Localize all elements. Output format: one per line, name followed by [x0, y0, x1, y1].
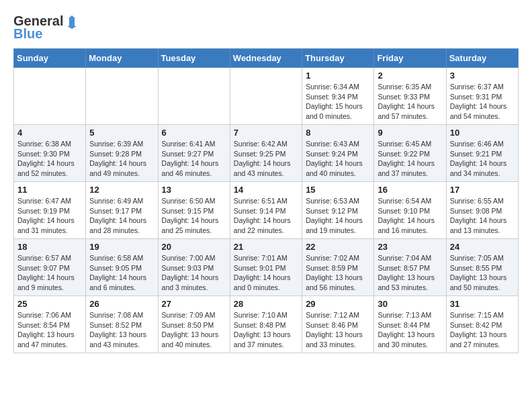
day-number: 30: [378, 299, 442, 309]
day-number: 31: [450, 299, 515, 309]
header-day-monday: Monday: [86, 49, 158, 68]
day-number: 24: [450, 242, 515, 252]
calendar-cell: 9Sunrise: 6:45 AMSunset: 9:22 PMDaylight…: [374, 125, 446, 182]
day-info: Sunrise: 7:02 AMSunset: 8:59 PMDaylight:…: [306, 253, 370, 293]
calendar-cell: 7Sunrise: 6:42 AMSunset: 9:25 PMDaylight…: [230, 125, 302, 182]
header-day-sunday: Sunday: [14, 49, 86, 68]
day-number: 27: [162, 299, 226, 309]
calendar-week-4: 18Sunrise: 6:57 AMSunset: 9:07 PMDayligh…: [14, 239, 519, 296]
day-number: 13: [162, 185, 226, 195]
calendar-cell: [86, 68, 158, 125]
day-info: Sunrise: 6:47 AMSunset: 9:19 PMDaylight:…: [17, 196, 82, 236]
day-info: Sunrise: 6:38 AMSunset: 9:30 PMDaylight:…: [17, 139, 82, 179]
calendar-cell: 3Sunrise: 6:37 AMSunset: 9:31 PMDaylight…: [446, 68, 518, 125]
calendar-cell: 20Sunrise: 7:00 AMSunset: 9:03 PMDayligh…: [158, 239, 230, 296]
calendar-cell: 21Sunrise: 7:01 AMSunset: 9:01 PMDayligh…: [230, 239, 302, 296]
day-info: Sunrise: 7:04 AMSunset: 8:57 PMDaylight:…: [378, 253, 442, 293]
calendar-week-2: 4Sunrise: 6:38 AMSunset: 9:30 PMDaylight…: [14, 125, 519, 182]
day-number: 12: [89, 185, 154, 195]
calendar-cell: [158, 68, 230, 125]
day-info: Sunrise: 6:50 AMSunset: 9:15 PMDaylight:…: [162, 196, 226, 236]
calendar-cell: 13Sunrise: 6:50 AMSunset: 9:15 PMDayligh…: [158, 182, 230, 239]
day-number: 19: [89, 242, 154, 252]
calendar-cell: 28Sunrise: 7:10 AMSunset: 8:48 PMDayligh…: [230, 296, 302, 353]
day-info: Sunrise: 6:55 AMSunset: 9:08 PMDaylight:…: [450, 196, 515, 236]
calendar-cell: 15Sunrise: 6:53 AMSunset: 9:12 PMDayligh…: [302, 182, 374, 239]
calendar-cell: 11Sunrise: 6:47 AMSunset: 9:19 PMDayligh…: [14, 182, 86, 239]
day-number: 3: [450, 71, 515, 81]
day-number: 26: [89, 299, 154, 309]
day-info: Sunrise: 7:12 AMSunset: 8:46 PMDaylight:…: [306, 310, 370, 350]
day-info: Sunrise: 7:01 AMSunset: 9:01 PMDaylight:…: [234, 253, 298, 293]
calendar-cell: 4Sunrise: 6:38 AMSunset: 9:30 PMDaylight…: [14, 125, 86, 182]
day-info: Sunrise: 6:39 AMSunset: 9:28 PMDaylight:…: [89, 139, 154, 179]
day-info: Sunrise: 6:46 AMSunset: 9:21 PMDaylight:…: [450, 139, 515, 179]
day-number: 18: [17, 242, 82, 252]
calendar-cell: 12Sunrise: 6:49 AMSunset: 9:17 PMDayligh…: [86, 182, 158, 239]
day-number: 14: [234, 185, 298, 195]
calendar-header-row: SundayMondayTuesdayWednesdayThursdayFrid…: [14, 49, 519, 68]
calendar-cell: 6Sunrise: 6:41 AMSunset: 9:27 PMDaylight…: [158, 125, 230, 182]
day-info: Sunrise: 6:45 AMSunset: 9:22 PMDaylight:…: [378, 139, 442, 179]
day-info: Sunrise: 6:51 AMSunset: 9:14 PMDaylight:…: [234, 196, 298, 236]
calendar-week-3: 11Sunrise: 6:47 AMSunset: 9:19 PMDayligh…: [14, 182, 519, 239]
calendar-cell: 24Sunrise: 7:05 AMSunset: 8:55 PMDayligh…: [446, 239, 518, 296]
day-info: Sunrise: 7:15 AMSunset: 8:42 PMDaylight:…: [450, 310, 515, 350]
day-info: Sunrise: 7:09 AMSunset: 8:50 PMDaylight:…: [162, 310, 226, 350]
day-info: Sunrise: 6:42 AMSunset: 9:25 PMDaylight:…: [234, 139, 298, 179]
day-info: Sunrise: 6:54 AMSunset: 9:10 PMDaylight:…: [378, 196, 442, 236]
day-info: Sunrise: 7:08 AMSunset: 8:52 PMDaylight:…: [89, 310, 154, 350]
calendar-cell: 19Sunrise: 6:58 AMSunset: 9:05 PMDayligh…: [86, 239, 158, 296]
day-number: 1: [306, 71, 370, 81]
logo-blue: Blue: [13, 26, 42, 42]
header-day-wednesday: Wednesday: [230, 49, 302, 68]
calendar-cell: [230, 68, 302, 125]
day-number: 28: [234, 299, 298, 309]
day-info: Sunrise: 7:06 AMSunset: 8:54 PMDaylight:…: [17, 310, 82, 350]
calendar-cell: 22Sunrise: 7:02 AMSunset: 8:59 PMDayligh…: [302, 239, 374, 296]
calendar-week-1: 1Sunrise: 6:34 AMSunset: 9:34 PMDaylight…: [14, 68, 519, 125]
calendar-cell: 16Sunrise: 6:54 AMSunset: 9:10 PMDayligh…: [374, 182, 446, 239]
day-number: 11: [17, 185, 82, 195]
day-number: 25: [17, 299, 82, 309]
calendar-cell: 27Sunrise: 7:09 AMSunset: 8:50 PMDayligh…: [158, 296, 230, 353]
day-number: 7: [234, 128, 298, 138]
day-number: 21: [234, 242, 298, 252]
calendar-week-5: 25Sunrise: 7:06 AMSunset: 8:54 PMDayligh…: [14, 296, 519, 353]
page-header: General Blue: [13, 13, 519, 42]
day-info: Sunrise: 6:41 AMSunset: 9:27 PMDaylight:…: [162, 139, 226, 179]
day-info: Sunrise: 6:43 AMSunset: 9:24 PMDaylight:…: [306, 139, 370, 179]
day-number: 8: [306, 128, 370, 138]
day-number: 17: [450, 185, 515, 195]
calendar-cell: 23Sunrise: 7:04 AMSunset: 8:57 PMDayligh…: [374, 239, 446, 296]
day-info: Sunrise: 6:37 AMSunset: 9:31 PMDaylight:…: [450, 82, 515, 122]
day-number: 10: [450, 128, 515, 138]
calendar-cell: 10Sunrise: 6:46 AMSunset: 9:21 PMDayligh…: [446, 125, 518, 182]
calendar-cell: 26Sunrise: 7:08 AMSunset: 8:52 PMDayligh…: [86, 296, 158, 353]
day-info: Sunrise: 7:05 AMSunset: 8:55 PMDaylight:…: [450, 253, 515, 293]
calendar-cell: 1Sunrise: 6:34 AMSunset: 9:34 PMDaylight…: [302, 68, 374, 125]
header-day-tuesday: Tuesday: [158, 49, 230, 68]
day-info: Sunrise: 7:13 AMSunset: 8:44 PMDaylight:…: [378, 310, 442, 350]
day-info: Sunrise: 7:10 AMSunset: 8:48 PMDaylight:…: [234, 310, 298, 350]
calendar-cell: 18Sunrise: 6:57 AMSunset: 9:07 PMDayligh…: [14, 239, 86, 296]
calendar-cell: 5Sunrise: 6:39 AMSunset: 9:28 PMDaylight…: [86, 125, 158, 182]
calendar-cell: 30Sunrise: 7:13 AMSunset: 8:44 PMDayligh…: [374, 296, 446, 353]
day-info: Sunrise: 6:57 AMSunset: 9:07 PMDaylight:…: [17, 253, 82, 293]
day-info: Sunrise: 6:34 AMSunset: 9:34 PMDaylight:…: [306, 82, 370, 122]
calendar-cell: 17Sunrise: 6:55 AMSunset: 9:08 PMDayligh…: [446, 182, 518, 239]
svg-marker-0: [67, 15, 77, 29]
day-info: Sunrise: 7:00 AMSunset: 9:03 PMDaylight:…: [162, 253, 226, 293]
calendar-cell: 29Sunrise: 7:12 AMSunset: 8:46 PMDayligh…: [302, 296, 374, 353]
calendar-cell: 25Sunrise: 7:06 AMSunset: 8:54 PMDayligh…: [14, 296, 86, 353]
day-info: Sunrise: 6:49 AMSunset: 9:17 PMDaylight:…: [89, 196, 154, 236]
day-info: Sunrise: 6:53 AMSunset: 9:12 PMDaylight:…: [306, 196, 370, 236]
day-number: 2: [378, 71, 442, 81]
day-number: 20: [162, 242, 226, 252]
day-number: 6: [162, 128, 226, 138]
day-number: 16: [378, 185, 442, 195]
calendar-cell: 31Sunrise: 7:15 AMSunset: 8:42 PMDayligh…: [446, 296, 518, 353]
day-number: 9: [378, 128, 442, 138]
day-number: 4: [17, 128, 82, 138]
day-number: 15: [306, 185, 370, 195]
